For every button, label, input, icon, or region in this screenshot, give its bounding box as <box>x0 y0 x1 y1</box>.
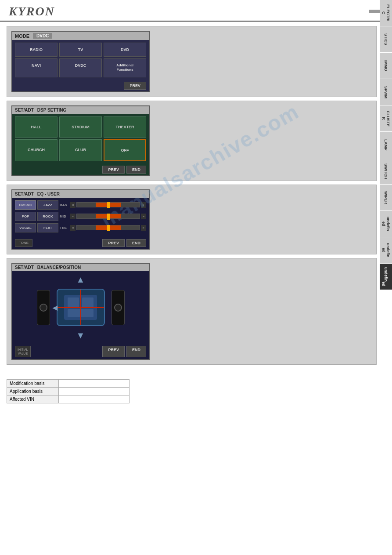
mode-btn-dvdc[interactable]: DVDC <box>59 58 102 77</box>
sidebar-tab-wiper[interactable]: WIPER <box>380 185 392 211</box>
end-btn-4[interactable]: END <box>126 346 146 357</box>
table-row-modification: Modification basis <box>7 379 129 387</box>
mode-btn-radio[interactable]: RADIO <box>15 43 58 57</box>
screen-balance: SET/ADT BALANCE/POSITION ▲ ▼ <box>11 263 150 360</box>
dsp-btn-off[interactable]: OFF <box>104 139 146 161</box>
mode-btn-navi[interactable]: NAVI <box>15 58 58 77</box>
setadt-label-4: SET/ADT <box>15 265 34 270</box>
prev-btn-1[interactable]: PREV <box>124 82 146 90</box>
mid-label: MID <box>60 214 69 218</box>
screen1-grid: RADIO TV DVD NAVI DVDC AdditionalFunctio… <box>12 40 149 80</box>
screen2-grid: HALL STADIUM THEATER CHURCH CLUB OFF <box>12 114 149 164</box>
mode-btn-tv[interactable]: TV <box>59 43 102 57</box>
modification-value <box>59 379 129 387</box>
mode-label: MODE <box>15 33 29 39</box>
eq-preset-flat[interactable]: FLAT <box>37 223 58 232</box>
screen-mode: MODE DVDC RADIO TV DVD NAVI DVDC Additio… <box>11 31 150 92</box>
end-btn-3[interactable]: END <box>126 239 146 247</box>
section-panel-4: SET/ADT BALANCE/POSITION ▲ ▼ <box>7 258 377 365</box>
application-value <box>59 387 129 395</box>
eq-freq-bas: BAS « » <box>60 202 146 208</box>
eq-row-3: VOCAL FLAT TRE « » <box>15 223 146 232</box>
dsp-btn-hall[interactable]: HALL <box>15 116 58 138</box>
affected-value <box>59 395 129 403</box>
screen2-footer: PREV END <box>12 164 149 175</box>
mid-left-arrow[interactable]: « <box>70 214 76 219</box>
sidebar-tab-switch[interactable]: SWITCH <box>380 158 392 185</box>
sidebar-tab-spwm[interactable]: SPWM <box>380 79 392 105</box>
section-right-2 <box>154 105 372 176</box>
speaker-right-circle <box>114 304 122 312</box>
tre-right-arrow[interactable]: » <box>141 225 146 231</box>
tre-label: TRE <box>60 226 69 230</box>
screen1-footer: PREV <box>12 80 149 91</box>
sidebar-tab-undef3[interactable]: undefined <box>380 264 392 290</box>
bas-right-arrow[interactable]: » <box>141 202 146 208</box>
eq-preset-pop[interactable]: POP <box>15 212 36 221</box>
tre-left-arrow[interactable]: « <box>70 225 76 231</box>
sidebar-tab-electri[interactable]: ELECTRIC <box>380 0 392 26</box>
section-layout-1: MODE DVDC RADIO TV DVD NAVI DVDC Additio… <box>11 31 372 92</box>
seat-fr <box>82 297 94 308</box>
init-value-btn[interactable]: INITIALVALUE <box>15 346 31 357</box>
dsp-btn-club[interactable]: CLUB <box>59 139 102 161</box>
eq-preset-vocal[interactable]: VOCAL <box>15 223 36 232</box>
setadt-label-3: SET/ADT <box>15 192 34 196</box>
eq-preset-rock[interactable]: ROCK <box>37 212 58 221</box>
balance-arrow-down[interactable]: ▼ <box>76 330 85 341</box>
section-layout-2: SET/ADT DSP SETTING HALL STADIUM THEATER… <box>11 105 372 176</box>
section-panel-1: MODE DVDC RADIO TV DVD NAVI DVDC Additio… <box>7 26 377 97</box>
logo: KYRON <box>9 4 55 18</box>
prev-btn-2[interactable]: PREV <box>102 166 125 174</box>
mid-slider[interactable] <box>76 214 140 219</box>
info-table: Modification basis Application basis Aff… <box>7 379 129 403</box>
section-right-1 <box>154 31 372 92</box>
bas-slider-thumb <box>107 202 110 208</box>
end-btn-2[interactable]: END <box>126 166 146 174</box>
modification-label: Modification basis <box>7 379 59 387</box>
car-body <box>57 289 105 326</box>
screen3-header: SET/ADT EQ - USER <box>12 190 149 198</box>
speaker-left <box>37 290 50 325</box>
mid-right-arrow[interactable]: » <box>141 214 146 219</box>
eq-freq-mid: MID « » <box>60 214 146 219</box>
eq-row-2: POP ROCK MID « » <box>15 212 146 221</box>
screen4-body: ▲ ▼ <box>12 271 149 344</box>
section-panel-3: SET/ADT EQ - USER ClaSsIC JAZZ BAS « <box>7 185 377 254</box>
setadt-label-2: SET/ADT <box>15 108 34 112</box>
mode-btn-additional[interactable]: AdditionalFunctions <box>104 58 146 77</box>
sidebar-tab-undef2[interactable]: undefined <box>380 237 392 264</box>
prev-btn-4[interactable]: PREV <box>102 346 125 357</box>
eq-preset-jazz[interactable]: JAZZ <box>37 200 58 210</box>
seat-fl <box>68 297 79 308</box>
bas-slider[interactable] <box>76 202 140 207</box>
bottom-separator <box>7 372 377 372</box>
screen3-body: ClaSsIC JAZZ BAS « » <box>12 198 149 237</box>
sidebar-tab-stics[interactable]: STICS <box>380 26 392 53</box>
speaker-right <box>111 290 125 325</box>
speaker-left-circle <box>40 304 47 312</box>
screen-dsp: SET/ADT DSP SETTING HALL STADIUM THEATER… <box>11 105 150 176</box>
prev-btn-3[interactable]: PREV <box>102 239 125 247</box>
balance-arrow-left[interactable]: ◄ <box>51 302 60 312</box>
screen4-header: SET/ADT BALANCE/POSITION <box>12 264 149 271</box>
balance-arrow-up[interactable]: ▲ <box>76 275 85 285</box>
dsp-btn-stadium[interactable]: STADIUM <box>59 116 102 138</box>
eq-preset-classic[interactable]: ClaSsIC <box>15 200 36 210</box>
tre-slider[interactable] <box>76 225 140 230</box>
sidebar-tab-lamp[interactable]: LAMP <box>380 132 392 158</box>
bas-left-arrow[interactable]: « <box>70 202 76 208</box>
tone-btn[interactable]: TONE <box>15 239 32 247</box>
section-right-3 <box>154 189 372 250</box>
mode-btn-dvd[interactable]: DVD <box>104 43 146 57</box>
tre-slider-thumb <box>107 225 110 231</box>
dvdc-badge: DVDC <box>33 33 52 39</box>
sidebar-tab-undef1[interactable]: undefined <box>380 211 392 237</box>
section-layout-3: SET/ADT EQ - USER ClaSsIC JAZZ BAS « <box>11 189 372 250</box>
sidebar-tab-cluster[interactable]: CLUSTER <box>380 105 392 132</box>
right-sidebar: ELECTRIC STICS IMMO SPWM CLUSTER LAMP SW… <box>380 0 392 555</box>
sidebar-tab-immo[interactable]: IMMO <box>380 53 392 79</box>
dsp-btn-theater[interactable]: THEATER <box>104 116 146 138</box>
dsp-btn-church[interactable]: CHURCH <box>15 139 58 161</box>
table-row-affected: Affected VIN <box>7 395 129 403</box>
